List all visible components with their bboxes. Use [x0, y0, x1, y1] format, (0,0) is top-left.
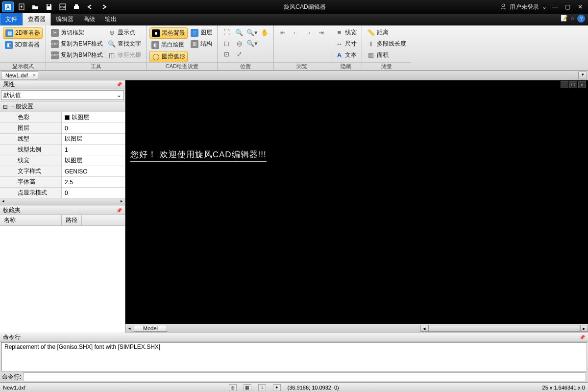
prop-value: 以图层	[62, 155, 125, 166]
zoom-fit-button[interactable]: 🔍	[233, 27, 245, 37]
pan-button[interactable]: ✋	[259, 27, 270, 37]
property-row-textheight[interactable]: 字体高2.5	[0, 177, 125, 188]
zoom-realtime-button[interactable]: ⤢	[233, 49, 245, 59]
zoom-center-button[interactable]: ◎	[233, 38, 245, 48]
svg-rect-5	[48, 4, 50, 6]
close-icon[interactable]: ×	[33, 73, 36, 78]
zoom-in-button[interactable]: 🔍▾	[246, 27, 258, 37]
crop-button[interactable]: ✂剪切框架	[49, 27, 105, 38]
status-ortho-icon[interactable]: ⊥	[258, 384, 266, 391]
pdf-icon[interactable]: PDF	[57, 1, 69, 12]
undo-icon[interactable]	[84, 1, 96, 12]
new-icon[interactable]	[16, 1, 27, 12]
app-title: 旋风CAD编辑器	[110, 3, 500, 11]
property-row-pointmode[interactable]: 点显示模式0	[0, 188, 125, 198]
favorites-col-name[interactable]: 名称	[0, 215, 62, 225]
app-icon[interactable]: A	[2, 1, 14, 12]
command-input[interactable]	[23, 372, 586, 381]
browse-next-button: →	[302, 27, 314, 37]
command-log: Replacement of the [Geniso.SHX] font wit…	[1, 342, 587, 371]
smooth-arc-button[interactable]: ◯圆滑弧形	[149, 51, 188, 62]
minimize-button[interactable]: —	[550, 2, 560, 11]
zoom-extents-button[interactable]: ⛶	[220, 27, 232, 37]
zoom-all-button[interactable]: ⊡	[220, 49, 232, 59]
pin-icon[interactable]: 📌	[579, 335, 585, 340]
measure-polylen-button[interactable]: ⫴多段线长度	[365, 39, 408, 49]
ribbon-group-label: 位置	[218, 62, 273, 70]
redo-icon[interactable]	[98, 1, 110, 12]
hscroll-left[interactable]: ◂	[420, 325, 428, 332]
command-panel: 命令行 📌 Replacement of the [Geniso.SHX] fo…	[0, 333, 588, 382]
hscroll-right[interactable]: ▸	[580, 325, 588, 332]
show-point-button[interactable]: ⊕显示点	[106, 27, 143, 38]
status-grid-icon[interactable]: ▦	[244, 384, 251, 391]
pin-icon[interactable]: 📌	[116, 208, 122, 213]
zoom-out-button[interactable]: 🔍▾	[246, 38, 258, 48]
user-status[interactable]: 用户未登录	[510, 3, 539, 11]
browse-back-button: ⇤	[277, 27, 289, 37]
property-row-layer[interactable]: 图层0	[0, 123, 125, 134]
command-title-label: 命令行	[3, 333, 21, 342]
find-text-label: 查找文字	[118, 40, 141, 48]
menu-bar: 文件 查看器 编辑器 高级 输出 📝 ⌂ ?	[0, 14, 588, 25]
hide-lineweight-button[interactable]: ≡线宽	[333, 27, 359, 38]
black-bg-button[interactable]: ■黑色背景	[149, 27, 188, 39]
favorites-panel: 名称 路径	[0, 215, 125, 333]
structure-button[interactable]: ⊞结构	[189, 39, 214, 49]
layers-button[interactable]: ≣图层	[189, 27, 214, 38]
show-point-label: 显示点	[118, 28, 135, 37]
layers-label: 图层	[200, 28, 212, 37]
pin-icon[interactable]: 📌	[116, 82, 122, 87]
menu-output[interactable]: 输出	[100, 13, 122, 25]
property-row-lineweight[interactable]: 线宽以图层	[0, 155, 125, 166]
chevron-down-icon: ⌄	[117, 92, 122, 98]
zoom-window-button[interactable]: ◻	[220, 38, 232, 48]
prop-key: 点显示模式	[0, 188, 62, 198]
status-polar-icon[interactable]: ✦	[273, 384, 281, 391]
measure-area-button[interactable]: ▥面积	[365, 50, 408, 60]
find-text-button[interactable]: 🔍查找文字	[106, 39, 143, 49]
hide-text-button[interactable]: A文本	[333, 50, 359, 60]
prop-value: 以图层	[72, 113, 89, 122]
measure-distance-button[interactable]: 📏距离	[365, 27, 408, 38]
menu-viewer[interactable]: 查看器	[23, 13, 51, 25]
copy-emf-label: 复制为EMF格式	[61, 40, 102, 48]
maximize-button[interactable]: ▢	[563, 2, 572, 11]
property-row-color[interactable]: 色彩以图层	[0, 112, 125, 123]
svg-point-10	[502, 4, 505, 7]
canvas-area: — ❐ × 您好！ 欢迎使用旋风CAD编辑器!!! ◂ Model ◂ ▸	[125, 80, 588, 333]
hide-dimension-button[interactable]: ↔尺寸	[333, 39, 359, 49]
close-button[interactable]: ✕	[575, 2, 585, 11]
menu-advanced[interactable]: 高级	[78, 13, 100, 25]
property-row-linetype[interactable]: 线型以图层	[0, 134, 125, 145]
open-icon[interactable]	[29, 1, 41, 12]
model-tab-prev-icon[interactable]: ◂	[128, 326, 131, 331]
menu-editor[interactable]: 编辑器	[51, 13, 78, 25]
menu-file[interactable]: 文件	[0, 13, 23, 25]
save-icon[interactable]	[43, 1, 55, 12]
properties-default-combo[interactable]: 默认值⌄	[1, 90, 124, 100]
prop-value: 0	[62, 188, 125, 198]
viewer-3d-button[interactable]: ◧3D查看器	[3, 40, 43, 50]
status-snap-icon[interactable]: ◎	[229, 384, 237, 391]
home-icon[interactable]: ⌂	[571, 15, 574, 23]
property-row-textstyle[interactable]: 文字样式GENISO	[0, 166, 125, 177]
drawing-canvas[interactable]: 您好！ 欢迎使用旋风CAD编辑器!!!	[125, 80, 588, 324]
copy-emf-button[interactable]: EMF复制为EMF格式	[49, 39, 105, 49]
notes-icon[interactable]: 📝	[561, 15, 568, 23]
property-grid: ⊟一般设置 色彩以图层 图层0 线型以图层 线型比例1 线宽以图层 文字样式GE…	[0, 101, 125, 205]
property-row-ltscale[interactable]: 线型比例1	[0, 145, 125, 155]
model-tab[interactable]: Model	[134, 325, 167, 332]
tabs-dropdown[interactable]: ▾	[578, 72, 587, 79]
property-scrollbar[interactable]: ◂▸	[0, 198, 125, 205]
bw-plot-button[interactable]: ◐黑白绘图	[149, 40, 188, 50]
hscroll-track[interactable]	[428, 325, 580, 332]
copy-bmp-button[interactable]: BMP复制为BMP格式	[49, 50, 105, 60]
property-section-general[interactable]: ⊟一般设置	[0, 101, 125, 112]
favorites-col-path[interactable]: 路径	[62, 215, 82, 225]
chevron-down-icon[interactable]: ⌄	[542, 3, 547, 10]
help-icon[interactable]: ?	[577, 15, 585, 23]
print-icon[interactable]	[71, 1, 82, 12]
viewer-2d-button[interactable]: ▦2D查看器	[3, 27, 43, 39]
document-tab[interactable]: New1.dxf×	[1, 72, 38, 79]
